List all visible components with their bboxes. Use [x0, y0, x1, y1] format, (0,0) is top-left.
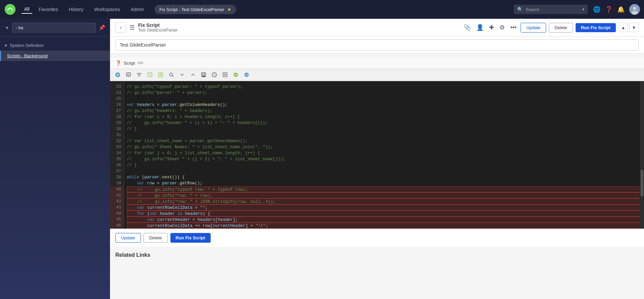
script-section: ❓ Script </> — [110, 58, 644, 229]
toolbar-fullscreen-btn[interactable] — [113, 70, 123, 79]
toolbar-help-btn[interactable]: ? — [209, 70, 219, 79]
svg-text:?: ? — [214, 73, 215, 77]
toolbar-up-btn[interactable] — [188, 70, 198, 79]
main-layout: ▼ 📌 ▾ System Definition Scripts - Backgr… — [0, 19, 644, 299]
toolbar-save-btn[interactable] — [199, 70, 209, 79]
bottom-delete-button[interactable]: Delete — [144, 233, 168, 243]
bottom-run-fix-script-button[interactable]: Run Fix Script — [170, 233, 211, 243]
history-nav-link[interactable]: History — [65, 5, 88, 13]
add-icon[interactable]: ✚ — [488, 22, 495, 33]
code-line-41: // gs.info("row: " + row); — [127, 192, 644, 198]
code-line-27: // gs.info("headers: " + headers); — [127, 108, 644, 114]
favorite-star-icon[interactable]: ★ — [227, 7, 231, 12]
delete-button[interactable]: Delete — [549, 23, 573, 33]
attach-icon[interactable]: 📎 — [462, 22, 472, 33]
next-record-button[interactable]: ▼ — [629, 23, 639, 32]
prev-record-button[interactable]: ▲ — [619, 23, 628, 32]
code-line-26: var headers = parser.getColumnHeaders(); — [127, 102, 644, 108]
pin-icon[interactable]: 📌 — [99, 24, 105, 31]
form-header: ‹ ☰ Fix Script Test GlideExcelParser 📎 👤… — [110, 19, 644, 37]
code-line-34: // for (var j = 0; j < list_sheet_name.l… — [127, 150, 644, 156]
code-line-42: // gs.info("row: " + JSON.stringify(row,… — [127, 198, 644, 204]
toolbar-search-btn[interactable] — [166, 70, 176, 79]
update-button[interactable]: Update — [521, 23, 546, 33]
name-input-row — [110, 37, 644, 54]
vertical-scrollbar[interactable] — [640, 81, 644, 229]
code-line-28: // for (var i = 0; i < headers.length; i… — [127, 114, 644, 120]
logo-area — [4, 3, 16, 15]
toolbar-btn12[interactable] — [241, 70, 252, 79]
script-label-row: ❓ Script </> — [110, 58, 644, 69]
code-lines: // gs.info("typeof parser: " + typeof pa… — [124, 81, 644, 229]
toolbar-comment-btn[interactable] — [123, 70, 133, 79]
filter-icon: ▼ — [5, 25, 9, 31]
form-title: Fix Script Test GlideExcelParser — [138, 22, 459, 33]
toolbar-dropdown-btn[interactable] — [177, 70, 187, 79]
toolbar-format-btn[interactable] — [134, 70, 144, 79]
svg-point-3 — [632, 11, 638, 15]
content-area: ‹ ☰ Fix Script Test GlideExcelParser 📎 👤… — [110, 19, 644, 299]
sidebar-section-header[interactable]: ▾ System Definition — [0, 40, 110, 51]
favorites-nav-link[interactable]: Favorites — [35, 5, 62, 13]
svg-point-0 — [5, 4, 15, 15]
script-toolbar: ? — [110, 69, 644, 81]
code-area: 23 24 25 26 27 28 29 30 31 32 33 34 — [110, 81, 644, 229]
scrollbar-thumb[interactable] — [641, 170, 643, 196]
filter-input[interactable] — [12, 23, 96, 33]
sidebar: ▼ 📌 ▾ System Definition Scripts - Backgr… — [0, 19, 110, 299]
form-content: ❓ Script </> — [110, 37, 644, 299]
related-links-label: Related Links — [115, 252, 150, 258]
toolbar-btn4[interactable] — [145, 70, 155, 79]
top-nav: All Favorites History Workspaces Admin F… — [0, 0, 644, 19]
breadcrumb-text: Fix Script - Test GlideExcelParser — [159, 7, 224, 12]
back-button[interactable]: ‹ — [115, 22, 126, 33]
line-numbers: 23 24 25 26 27 28 29 30 31 32 33 34 — [110, 81, 124, 229]
search-dropdown-icon[interactable]: ▾ — [582, 7, 584, 12]
code-line-35: // gs.info("Sheet " + (j + 1) + ": " + l… — [127, 156, 644, 162]
form-title-sub: Test GlideExcelParser — [138, 28, 459, 33]
sidebar-item-scripts-background[interactable]: Scripts - Background — [0, 51, 110, 61]
code-line-37 — [127, 168, 644, 174]
search-bar[interactable]: 🔍 ▾ — [514, 5, 588, 14]
globe-icon[interactable]: 🌐 — [593, 6, 600, 13]
toolbar-btn5[interactable] — [156, 70, 166, 79]
sidebar-section: ▾ System Definition Scripts - Background — [0, 37, 110, 64]
header-actions: 📎 👤 ✚ ⚙ ••• Update Delete Run Fix Script… — [462, 22, 639, 33]
help-question-icon[interactable]: ❓ — [115, 60, 121, 66]
activity-icon[interactable]: 👤 — [475, 22, 485, 33]
chevron-down-icon: ▾ — [5, 43, 7, 48]
code-line-30: // } — [127, 126, 644, 132]
servicenow-logo — [4, 3, 16, 15]
bell-icon[interactable]: 🔔 — [617, 6, 625, 13]
toolbar-btn11[interactable] — [231, 70, 241, 79]
script-name-input[interactable] — [115, 39, 639, 51]
toolbar-btn10[interactable] — [220, 70, 230, 79]
code-line-36: // } — [127, 162, 644, 168]
admin-nav-link[interactable]: Admin — [126, 5, 148, 13]
hamburger-button[interactable]: ☰ — [129, 24, 135, 31]
sidebar-filter-row: ▼ 📌 — [0, 19, 110, 37]
code-line-45: var currentHeader = headers[header]; — [127, 217, 644, 223]
script-label: Script — [124, 61, 135, 66]
code-line-31 — [127, 132, 644, 138]
settings-icon[interactable]: ⚙ — [498, 22, 506, 33]
code-line-39: var row = parser.getRow(); — [127, 180, 644, 186]
code-editor[interactable]: 23 24 25 26 27 28 29 30 31 32 33 34 — [110, 81, 644, 229]
code-line-24: // gs.info("parser: " + parser); — [127, 90, 644, 96]
code-line-32: // var list_sheet_name = parser.getSheet… — [127, 138, 644, 144]
all-nav-button[interactable]: All — [21, 5, 32, 14]
run-fix-script-button[interactable]: Run Fix Script — [576, 23, 616, 32]
code-line-46: currentRowCellData += row[currentHeader]… — [127, 223, 644, 229]
more-icon[interactable]: ••• — [509, 23, 518, 33]
help-icon[interactable]: ❓ — [605, 6, 612, 13]
related-links-section: Related Links — [110, 247, 644, 263]
bottom-update-button[interactable]: Update — [115, 233, 141, 243]
section-title: System Definition — [10, 43, 44, 48]
code-line-44: for (var header in headers) { — [127, 211, 644, 217]
search-input[interactable] — [526, 7, 580, 12]
workspaces-nav-link[interactable]: Workspaces — [90, 5, 124, 13]
avatar[interactable] — [629, 4, 640, 15]
bottom-actions: Update Delete Run Fix Script — [110, 229, 644, 247]
svg-rect-5 — [126, 73, 130, 76]
code-line-25 — [127, 96, 644, 102]
